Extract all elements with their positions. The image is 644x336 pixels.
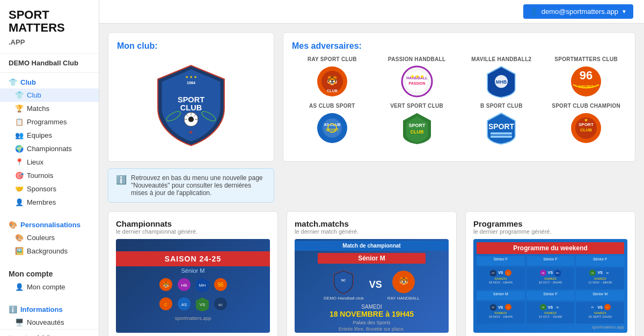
svg-text:SC: SC bbox=[492, 272, 495, 274]
membres-icon: 👤 bbox=[15, 198, 24, 206]
match-image: Match de championnat Sénior M SC DEMO Ha… bbox=[295, 239, 449, 333]
svg-text:SPORT: SPORT bbox=[408, 123, 426, 128]
svg-text:CLUB: CLUB bbox=[180, 103, 202, 112]
saison-image: SAISON 24-25 Sénior M 🐯 HB MH 96 C AS VS… bbox=[116, 239, 270, 333]
perso-icon: 🎨 bbox=[9, 221, 17, 229]
adversaire-logo-sportmatters: 96 SPORT bbox=[569, 64, 603, 99]
sidebar-item-backgrounds[interactable]: 🖼️ Backgrounds bbox=[0, 244, 99, 258]
svg-text:VS: VS bbox=[541, 307, 544, 309]
adversaires-title: Mes adversaires: bbox=[292, 41, 626, 51]
sidebar-section-compte: Mon compte bbox=[0, 264, 99, 280]
match-lieu: Palais des Sports bbox=[353, 320, 390, 325]
version-label: ⑂ version: 1.1.2 bbox=[0, 329, 99, 336]
sponsors-icon: 🤝 bbox=[15, 185, 24, 193]
adversaire-logo-b: SPORT bbox=[484, 111, 518, 145]
svg-rect-36 bbox=[491, 132, 512, 135]
sidebar-item-club[interactable]: 👕 Club bbox=[0, 88, 99, 102]
app-logo: SPORT MATTERS .APP bbox=[0, 0, 99, 54]
svg-text:PASSION: PASSION bbox=[408, 81, 425, 85]
adversaire-logo-as: AS CLUB SPORT bbox=[315, 111, 349, 145]
sidebar-section-club: 👕 Club bbox=[0, 73, 99, 88]
sidebar-item-programmes[interactable]: 📋 Programmes bbox=[0, 115, 99, 129]
svg-text:96: 96 bbox=[507, 306, 509, 309]
adversaire-vert: VERT SPORT CLUB SPORT CLUB bbox=[377, 103, 457, 145]
club-logo-svg: ★ ★ ★ 1984 SPORT CLUB bbox=[148, 62, 234, 147]
adversaire-logo-vert: SPORT CLUB bbox=[400, 111, 434, 145]
svg-text:96: 96 bbox=[217, 282, 224, 288]
svg-text:🐯: 🐯 bbox=[163, 281, 170, 288]
adversaire-logo-passion: HANDBALL PASSION ★★★ bbox=[400, 64, 434, 99]
svg-text:HB: HB bbox=[181, 283, 187, 288]
svg-text:🐯: 🐯 bbox=[399, 277, 408, 286]
adversaire-logo-ray: 🐯 CLUB bbox=[315, 64, 349, 99]
match-senior: Sénior M bbox=[318, 253, 426, 264]
svg-text:1984: 1984 bbox=[187, 80, 195, 85]
matchs-card: match.matchs le dernier match généré. Ma… bbox=[287, 211, 457, 336]
svg-text:BS: BS bbox=[606, 272, 609, 274]
prog-header: Programme du weekend bbox=[477, 242, 624, 254]
adversaire-sportmatters: SPORTMATTERS CLUB 96 SPORT bbox=[546, 56, 626, 99]
svg-text:CLUB: CLUB bbox=[327, 89, 337, 93]
adversaire-passion: PASSION HANDBALL HANDBALL PASSION ★★★ bbox=[377, 56, 457, 99]
sidebar-item-mon-compte[interactable]: 👤 Mon compte bbox=[0, 280, 99, 294]
svg-text:AS: AS bbox=[181, 302, 187, 307]
team2-label: RAY HANDBALL bbox=[387, 296, 420, 301]
adversaire-champion: SPORT CLUB CHAMPION SPORT CLUB ★ bbox=[546, 103, 626, 145]
svg-text:96: 96 bbox=[580, 69, 592, 82]
svg-text:BS: BS bbox=[591, 307, 594, 309]
svg-text:★: ★ bbox=[584, 117, 588, 123]
sidebar-item-championnats[interactable]: 🌍 Championnats bbox=[0, 142, 99, 155]
sidebar-item-nouveautes[interactable]: 🖥️ Nouveautés bbox=[0, 316, 99, 329]
adversaire-as-club: AS CLUB SPORT AS CLUB SPORT bbox=[292, 103, 372, 145]
sidebar-item-membres[interactable]: 👤 Membres bbox=[0, 196, 99, 209]
svg-text:SC: SC bbox=[218, 303, 223, 307]
sidebar-item-tournois[interactable]: 🎯 Tournois bbox=[0, 169, 99, 182]
matchs-icon: 🏆 bbox=[15, 104, 24, 113]
programme-image: Programme du weekend Sénior F Sénior F S… bbox=[473, 239, 627, 333]
club-name: DEMO Handball Club bbox=[0, 54, 99, 73]
page-content: Mon club: ★ ★ ★ 1984 SPORT CLU bbox=[99, 24, 644, 336]
couleurs-icon: 🎨 bbox=[15, 234, 24, 242]
svg-text:★★★: ★★★ bbox=[409, 73, 424, 79]
backgrounds-icon: 🖼️ bbox=[15, 247, 24, 255]
svg-text:SPORT: SPORT bbox=[178, 95, 204, 104]
logo-text: SPORT MATTERS .APP bbox=[9, 9, 90, 48]
championnats-icon: 🌍 bbox=[15, 145, 24, 153]
main-content: 👤 demo@sportmatters.app ▼ Mon club: ★ ★ … bbox=[99, 0, 644, 336]
sidebar-item-couleurs[interactable]: 🎨 Couleurs bbox=[0, 231, 99, 244]
adversaire-b-sport: B SPORT CLUB SPORT bbox=[462, 103, 542, 145]
svg-text:SC: SC bbox=[341, 278, 346, 281]
sidebar-item-sponsors[interactable]: 🤝 Sponsors bbox=[0, 182, 99, 196]
programmes-card: Programmes le dernier programme généré. … bbox=[465, 211, 635, 336]
saison-senior: Sénior M bbox=[181, 267, 204, 274]
infos-icon: ℹ️ bbox=[9, 305, 17, 313]
adversaires-grid: RAY SPORT CLUB 🐯 CLUB PASSION HA bbox=[292, 56, 626, 145]
user-icon: 👤 bbox=[530, 8, 538, 16]
sidebar-item-equipes[interactable]: 👥 Equipes bbox=[0, 129, 99, 142]
mon-club-title: Mon club: bbox=[117, 41, 265, 51]
svg-text:C: C bbox=[164, 302, 167, 307]
match-date: 18 NOVEMBRE à 19H45 bbox=[330, 310, 414, 318]
git-icon: ⑂ bbox=[9, 334, 12, 336]
info-icon: ℹ️ bbox=[116, 175, 127, 185]
match-date-label: SAMEDI bbox=[361, 304, 382, 310]
adversaire-ray: RAY SPORT CLUB 🐯 CLUB bbox=[292, 56, 372, 99]
club-logo-container: ★ ★ ★ 1984 SPORT CLUB bbox=[117, 56, 265, 153]
svg-rect-37 bbox=[491, 136, 512, 138]
tournois-icon: 🎯 bbox=[15, 171, 24, 180]
match-vs-row: SC DEMO Handball club VS 🐯 RAY HANDBALL bbox=[324, 269, 420, 301]
svg-text:AS: AS bbox=[557, 307, 559, 309]
club-icon: 👕 bbox=[15, 91, 24, 99]
sidebar-item-lieux[interactable]: 📍 Lieux bbox=[0, 155, 99, 169]
compte-icon: 👤 bbox=[15, 283, 24, 291]
svg-text:🐯: 🐯 bbox=[327, 76, 338, 86]
programmes-icon: 📋 bbox=[15, 118, 24, 126]
svg-text:MHB: MHB bbox=[496, 79, 507, 85]
saison-header: SAISON 24-25 bbox=[116, 251, 270, 266]
adversaire-maville: MAVILLE HANDBALL2 MHB bbox=[462, 56, 542, 99]
adversaire-logo-champion: SPORT CLUB ★ bbox=[569, 111, 603, 145]
sidebar-item-matchs[interactable]: 🏆 Matchs bbox=[0, 102, 99, 115]
svg-text:CLUB: CLUB bbox=[410, 129, 423, 135]
user-button[interactable]: 👤 demo@sportmatters.app ▼ bbox=[523, 4, 633, 19]
sidebar: SPORT MATTERS .APP DEMO Handball Club 👕 … bbox=[0, 0, 99, 336]
